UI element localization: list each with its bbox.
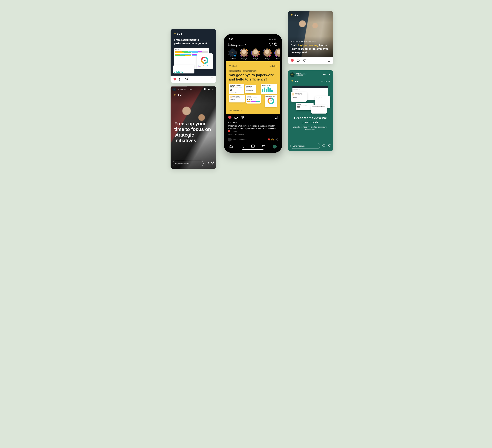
comment-icon[interactable] xyxy=(234,115,238,120)
mock-length-service: Length of Service xyxy=(261,84,277,94)
mock-job-card: Information Research Scientist 35 Candid… xyxy=(229,84,244,94)
story-item[interactable]: Taufik_K xyxy=(251,49,260,60)
home-indicator xyxy=(242,149,264,150)
story-reply-input[interactable] xyxy=(173,161,204,166)
post-card-recruitment: 〒 tiimi From recruitment to performance … xyxy=(171,29,216,83)
chevron-down-icon[interactable] xyxy=(245,43,247,46)
share-icon[interactable] xyxy=(240,115,244,120)
likes-count[interactable]: 100 Likes xyxy=(228,121,278,124)
story-label: Mufti_H xyxy=(265,58,270,60)
clock: 9:41 xyxy=(229,38,234,41)
home-icon[interactable] xyxy=(229,144,233,149)
story-item[interactable]: Fauzan xyxy=(274,49,280,60)
story-reply-bar xyxy=(290,143,331,149)
like-icon[interactable] xyxy=(205,161,209,166)
mock-scheduling: Scheduling 03 Culture Fit Interview 04 N… xyxy=(245,85,256,93)
story-headline: Frees up your time to focus on strategic… xyxy=(174,121,212,143)
view-comments[interactable]: View all 16 comments xyxy=(228,133,278,135)
volume-icon[interactable] xyxy=(208,88,210,91)
svg-point-3 xyxy=(213,89,213,89)
add-comment-input[interactable] xyxy=(233,138,266,141)
stories-row[interactable]: 〒+Your StoryBagus_FTaufik_KMufti_HFauzan xyxy=(226,49,280,61)
post-card-teams: 〒 tiimi Great teams deserve great tools.… xyxy=(288,11,333,64)
story-account[interactable]: hr.Tiimi.co xyxy=(178,89,185,91)
applicants-value: 551 xyxy=(174,67,178,70)
comment-icon[interactable] xyxy=(296,59,300,62)
story-reply-input[interactable] xyxy=(290,143,320,149)
more-icon[interactable] xyxy=(323,73,326,76)
caption-author[interactable]: hr.Tiimi.co xyxy=(228,125,237,127)
mock-applicants: Total Applicants 551 +6 xyxy=(173,65,195,73)
plus-icon[interactable]: + xyxy=(275,138,278,141)
shop-icon[interactable] xyxy=(262,144,266,149)
quick-emoji[interactable]: ❤️🙌 xyxy=(268,138,274,141)
close-icon[interactable] xyxy=(328,73,331,76)
brand-url: hr.tiimi.co xyxy=(269,65,277,67)
profile-icon[interactable] xyxy=(273,145,277,148)
story-label: Bagus_F xyxy=(241,58,247,60)
bookmark-icon[interactable] xyxy=(327,59,331,62)
logo-mark-icon: 〒 xyxy=(291,80,294,83)
brand-logo: 〒 tiimi xyxy=(291,13,299,17)
svg-point-10 xyxy=(325,74,325,75)
svg-rect-0 xyxy=(204,88,205,90)
story-account[interactable]: hr.Tiimi.co xyxy=(296,73,305,75)
share-icon[interactable] xyxy=(327,144,331,148)
story-reply-bar xyxy=(173,161,214,166)
brand-logo: 〒 tiimi xyxy=(174,94,182,97)
story-age: 18h xyxy=(189,89,192,91)
brand-logo: 〒 tiimi xyxy=(174,32,213,36)
brand-name: tiimi xyxy=(177,33,182,35)
post-headline: From recruitment to performance manageme… xyxy=(174,38,213,45)
notifications-icon[interactable] xyxy=(269,42,273,47)
comment-icon[interactable] xyxy=(179,77,183,81)
legend: Job Boards Referrals Socials Others xyxy=(198,65,212,67)
story-avatar-icon[interactable]: 〒 xyxy=(172,88,176,91)
svg-point-8 xyxy=(323,74,323,75)
like-icon[interactable] xyxy=(290,59,294,62)
mock-candidate: Marlon ReynoldsApplied on 29 Oct, 2023 ★… xyxy=(229,95,245,103)
share-icon[interactable] xyxy=(185,77,188,81)
bookmark-icon[interactable] xyxy=(210,77,214,81)
logo-mark-icon: 〒 xyxy=(174,32,176,36)
more-icon[interactable] xyxy=(212,88,215,91)
story-progress xyxy=(172,86,215,86)
mock-level-job: Level job We have different level employ… xyxy=(246,95,261,104)
share-icon[interactable] xyxy=(211,161,214,166)
mock-level-job: Level job We have different level employ… xyxy=(296,103,314,110)
status-icons: ••ıl ᯤ ▮▮ xyxy=(268,38,277,41)
messages-icon[interactable] xyxy=(274,42,278,47)
share-icon[interactable] xyxy=(302,59,306,62)
create-icon[interactable] xyxy=(251,144,255,149)
post-actions xyxy=(288,57,333,64)
story-avatar-icon[interactable]: 〒 xyxy=(290,73,295,77)
like-icon[interactable] xyxy=(322,144,326,148)
phone-frame: 9:41 ••ıl ᯤ ▮▮ Instagram 〒+Your StoryBag… xyxy=(224,34,282,153)
story-item[interactable]: Bagus_F xyxy=(239,49,249,60)
logo-mark-icon: 〒 xyxy=(174,94,176,97)
mock-collage: Information Research Scientist 35 Candid… xyxy=(229,84,277,108)
story-card-strategic: 〒 hr.Tiimi.co · 18h 〒 tiimi Frees up you… xyxy=(171,86,216,169)
svg-point-6 xyxy=(241,145,243,147)
post-headline: Say goodbye to paperwork and hello to ef… xyxy=(229,73,277,81)
like-icon[interactable] xyxy=(228,115,232,120)
story-item[interactable]: 〒+Your Story xyxy=(227,49,237,60)
more-link[interactable]: ... more xyxy=(231,130,237,132)
brand-logo: 〒tiimi xyxy=(229,64,237,68)
bookmark-icon[interactable] xyxy=(274,115,278,120)
logo-mark-icon: 〒 xyxy=(291,13,293,17)
pause-icon[interactable] xyxy=(204,88,206,91)
app-logo[interactable]: Instagram xyxy=(228,42,244,47)
donut-chart-icon: 200 xyxy=(201,57,208,64)
post-subhead: Great teams deserve great tools. xyxy=(291,41,330,42)
svg-point-5 xyxy=(274,43,277,46)
mock-candidate-card: Marlon ReynoldsApplied on 29 Oct, 2023 ★… xyxy=(291,92,307,102)
story-item[interactable]: Mufti_H xyxy=(262,49,272,60)
sponsored-story: 〒 hr.Tiimi.co✔ Sponsored 〒tiimi hr.tiimi… xyxy=(288,70,333,151)
sponsored-label: Sponsored xyxy=(296,75,307,76)
like-icon[interactable] xyxy=(173,77,176,81)
mock-candidate-sources: Candidate Sources 200 Job Boards Referra… xyxy=(196,53,213,69)
brand-url: hr.tiimi.co xyxy=(321,80,329,83)
story-label: Fauzan xyxy=(276,58,280,60)
search-icon[interactable] xyxy=(240,144,244,149)
